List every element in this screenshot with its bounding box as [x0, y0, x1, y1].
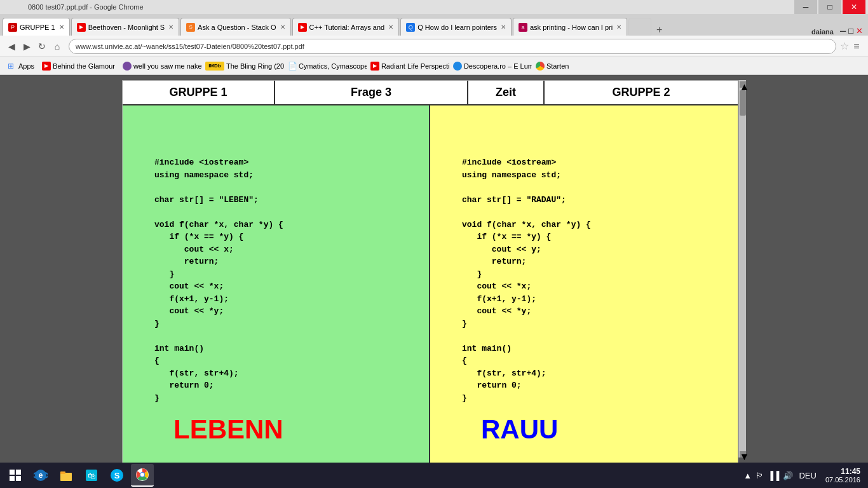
bm-radiant-label: Radiant Life Perspecti — [381, 62, 449, 70]
group2-code: #include <iostream> using namespace std;… — [462, 156, 719, 404]
close-button[interactable]: ✕ — [843, 0, 865, 14]
bm-apps-label: Apps — [18, 62, 34, 70]
tab-pointers[interactable]: Q Q How do I learn pointers ✕ — [400, 18, 512, 36]
titlebar-title: 0800 test07.ppt.pdf - Google Chrome — [28, 3, 144, 11]
bookmarks-bar: ⊞ Apps ▶ Behind the Glamour well you saw… — [0, 57, 868, 75]
frage-header: Frage 3 — [275, 81, 468, 104]
tab-label-so: Ask a Question - Stack O — [198, 24, 276, 31]
tab-favicon-ask: a — [519, 23, 527, 32]
svg-text:🛍: 🛍 — [88, 471, 96, 480]
tab-beethoven[interactable]: ▶ Beethoven - Moonlight S ✕ — [71, 18, 179, 36]
bm-cymatics-label: Cymatics, Cymascope — [299, 62, 367, 70]
bm-radiant[interactable]: ▶ Radiant Life Perspecti — [367, 60, 449, 72]
show-hidden-icon[interactable]: ▲ — [743, 471, 752, 480]
tab-stackoverflow[interactable]: S Ask a Question - Stack O ✕ — [180, 18, 291, 36]
titlebar: 0800 test07.ppt.pdf - Google Chrome ─ □ … — [0, 0, 868, 14]
home-button[interactable]: ⌂ — [50, 39, 65, 54]
tab-favicon-pdf: P — [8, 23, 17, 32]
svg-rect-0 — [10, 470, 15, 475]
tab-label-beethoven: Beethoven - Moonlight S — [88, 24, 165, 31]
tab-close-so[interactable]: ✕ — [280, 24, 285, 30]
tab-cpp[interactable]: ▶ C++ Tutorial: Arrays and ✕ — [292, 18, 400, 36]
zeit-header: Zeit — [468, 81, 545, 104]
tab-close-pointers[interactable]: ✕ — [501, 24, 506, 30]
svg-text:S: S — [114, 471, 120, 480]
svg-rect-3 — [16, 476, 21, 481]
tab-label-pdf: GRUPPE 1 — [20, 24, 55, 31]
flag-icon[interactable]: 🏳 — [756, 471, 764, 480]
menu-button[interactable]: ≡ — [849, 39, 864, 54]
nav-bar: ◀ ▶ ↻ ⌂ ☆ ≡ — [0, 36, 868, 57]
tab-label-cpp: C++ Tutorial: Arrays and — [309, 24, 385, 31]
window-controls: ─ □ ✕ — [794, 0, 865, 14]
tab-close-cpp[interactable]: ✕ — [388, 24, 393, 30]
taskbar: e 🛍 S ▲ — [0, 463, 868, 488]
tab-close-printing[interactable]: ✕ — [616, 24, 621, 30]
apps-icon: ⊞ — [8, 62, 17, 71]
forward-button[interactable]: ▶ — [19, 39, 34, 54]
bm-glamour-label: Behind the Glamour — [53, 62, 115, 70]
svg-rect-2 — [10, 476, 15, 481]
yt-icon-2: ▶ — [370, 62, 379, 71]
bm-cymatics[interactable]: 📄 Cymatics, Cymascope — [284, 60, 367, 72]
scroll-up[interactable]: ▲ — [740, 81, 746, 88]
bookmark-star[interactable]: ☆ — [840, 40, 849, 52]
user-name: daiana — [811, 28, 834, 36]
tab-close-beethoven[interactable]: ✕ — [168, 24, 173, 30]
lang-indicator[interactable]: DEU — [799, 471, 816, 480]
scroll-thumb[interactable] — [740, 90, 746, 116]
tabs-bar: P GRUPPE 1 ✕ ▶ Beethoven - Moonlight S ✕… — [0, 14, 868, 36]
clock[interactable]: 11:45 07.05.2016 — [825, 467, 860, 484]
group1-answer: LEBENN — [154, 414, 410, 445]
refresh-button[interactable]: ↻ — [34, 39, 50, 54]
gruppe1-header: GRUPPE 1 — [123, 81, 275, 104]
svg-text:e: e — [39, 471, 43, 480]
ie-icon[interactable]: e — [29, 464, 52, 487]
content-area: GRUPPE 1 Frage 3 Zeit GRUPPE 2 #include … — [0, 75, 868, 463]
tab-label-printing: ask printing - How can I pri — [530, 24, 613, 31]
tab-favicon-so: S — [186, 23, 195, 32]
yt-icon-1: ▶ — [42, 62, 51, 71]
tab-printing[interactable]: a ask printing - How can I pri ✕ — [513, 18, 627, 36]
address-bar[interactable] — [69, 39, 836, 54]
new-tab-button[interactable]: + — [653, 24, 666, 36]
tab-favicon-yt2: ▶ — [298, 23, 307, 32]
group1-code: #include <iostream> using namespace std;… — [154, 156, 410, 404]
back-button[interactable]: ◀ — [4, 39, 19, 54]
volume-icon[interactable]: 🔊 — [783, 471, 793, 480]
gruppe2-header: GRUPPE 2 — [545, 81, 738, 104]
store-icon[interactable]: 🛍 — [80, 464, 103, 487]
minimize-button[interactable]: ─ — [794, 0, 817, 14]
tab-close-pdf[interactable]: ✕ — [59, 24, 64, 30]
code-area: #include <iostream> using namespace std;… — [123, 105, 738, 463]
restore-icon[interactable]: □ — [848, 26, 853, 36]
group2-panel: #include <iostream> using namespace std;… — [430, 105, 738, 463]
minimize-icon[interactable]: ─ — [840, 26, 846, 36]
svg-rect-8 — [60, 471, 65, 474]
chrome-icon[interactable] — [131, 464, 154, 487]
bm-saw[interactable]: well you saw me nake — [119, 60, 201, 72]
network-icon[interactable]: ▐▐ — [768, 471, 779, 480]
clock-date: 07.05.2016 — [825, 476, 860, 484]
bm-starten[interactable]: Starten — [532, 60, 573, 72]
start-button[interactable] — [4, 464, 27, 487]
bm-descopera[interactable]: Descopera.ro – E Lum — [449, 60, 532, 72]
scrollbar[interactable]: ▲ ▼ — [738, 80, 746, 458]
bm-bling[interactable]: IMDb The Bling Ring (2013) — [201, 60, 284, 72]
tab-empty[interactable] — [628, 18, 651, 36]
bm-saw-label: well you saw me nake — [133, 62, 201, 70]
skype-icon[interactable]: S — [105, 464, 128, 487]
maximize-button[interactable]: □ — [818, 0, 841, 14]
group2-answer: RAUU — [462, 414, 719, 445]
pdf-header: GRUPPE 1 Frage 3 Zeit GRUPPE 2 — [123, 81, 738, 105]
svg-rect-1 — [16, 470, 21, 475]
system-tray: ▲ 🏳 ▐▐ 🔊 DEU 11:45 07.05.2016 — [736, 467, 865, 484]
bm-glamour[interactable]: ▶ Behind the Glamour — [38, 60, 119, 72]
clock-time: 11:45 — [825, 467, 860, 476]
tab-favicon-q: Q — [406, 23, 415, 32]
bm-apps[interactable]: ⊞ Apps — [4, 60, 38, 72]
scroll-down[interactable]: ▼ — [740, 451, 746, 458]
tab-pdf[interactable]: P GRUPPE 1 ✕ — [3, 18, 70, 36]
close-icon[interactable]: ✕ — [856, 26, 863, 36]
file-explorer-icon[interactable] — [55, 464, 78, 487]
